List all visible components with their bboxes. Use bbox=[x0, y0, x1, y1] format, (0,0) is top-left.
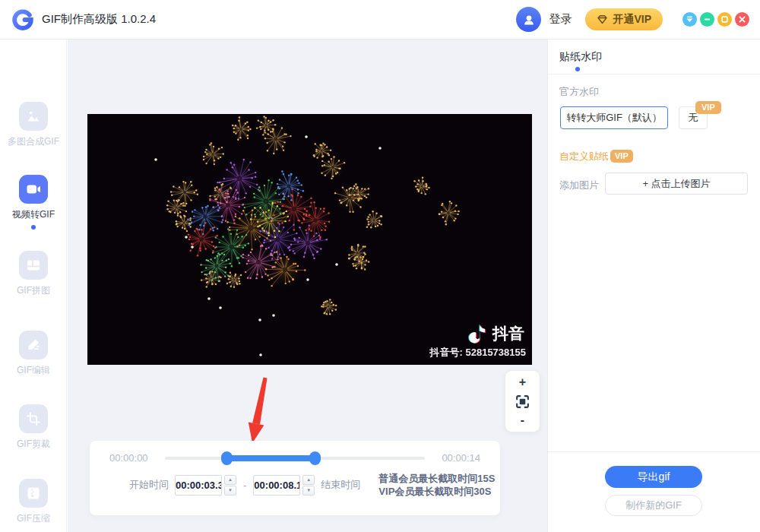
window-controls bbox=[682, 12, 749, 27]
tiktok-account-id: 抖音号: 52815738155 bbox=[430, 346, 526, 359]
timeline-start-label: 00:00:00 bbox=[109, 452, 155, 464]
end-time-label: 结束时间 bbox=[321, 478, 360, 492]
sidebar-item-gif-compress[interactable]: GIF压缩 bbox=[0, 479, 67, 525]
member-limit-note: 普通会员最长截取时间15S VIP会员最长截取时间30S bbox=[378, 472, 495, 498]
fireworks-frame bbox=[87, 114, 532, 365]
timeline-track[interactable] bbox=[165, 457, 425, 460]
app-title: GIF制作高级版 1.0.2.4 bbox=[42, 12, 156, 27]
end-time-spinner: ▲ ▼ bbox=[302, 475, 315, 496]
image-icon bbox=[19, 102, 48, 131]
video-preview: 抖音 抖音号: 52815738155 bbox=[87, 114, 532, 365]
range-start-handle[interactable] bbox=[221, 451, 233, 465]
sidebar-item-label: GIF剪裁 bbox=[17, 438, 50, 451]
time-range-separator: - bbox=[243, 480, 246, 491]
start-time-increment-button[interactable]: ▲ bbox=[224, 475, 236, 485]
maximize-button[interactable] bbox=[717, 12, 732, 27]
sidebar-item-label: GIF拼图 bbox=[17, 284, 50, 297]
sidebar-item-gif-crop[interactable]: GIF剪裁 bbox=[0, 404, 67, 451]
app-window: GIF制作高级版 1.0.2.4 登录 开通VIP bbox=[0, 0, 760, 532]
open-vip-button[interactable]: 开通VIP bbox=[585, 8, 663, 30]
collage-icon bbox=[19, 251, 48, 280]
range-end-handle[interactable] bbox=[309, 451, 321, 465]
titlebar: GIF制作高级版 1.0.2.4 登录 开通VIP bbox=[0, 0, 760, 40]
zoom-in-button[interactable]: + bbox=[515, 375, 530, 390]
zoom-out-button[interactable]: - bbox=[516, 413, 529, 428]
sidebar-item-gif-collage[interactable]: GIF拼图 bbox=[0, 251, 67, 297]
start-time-input[interactable] bbox=[175, 475, 222, 496]
zip-icon bbox=[19, 479, 48, 508]
fit-screen-icon bbox=[515, 394, 530, 410]
square-icon bbox=[720, 15, 729, 24]
end-time-increment-button[interactable]: ▲ bbox=[302, 475, 315, 485]
end-time-decrement-button[interactable]: ▼ bbox=[302, 486, 315, 496]
diamond-icon bbox=[597, 14, 608, 24]
vip-badge: VIP bbox=[695, 101, 721, 114]
divider bbox=[548, 451, 760, 452]
tiktok-label: 抖音 bbox=[492, 323, 524, 344]
app-logo-icon bbox=[11, 8, 35, 32]
timeline-selected-range[interactable] bbox=[226, 455, 315, 461]
new-gif-button[interactable]: 制作新的GIF bbox=[605, 495, 702, 516]
active-indicator-dot bbox=[31, 225, 36, 230]
watermark-default-button[interactable]: 转转大师GIF（默认） bbox=[560, 106, 668, 129]
official-watermark-label: 官方水印 bbox=[559, 85, 599, 99]
video-camera-icon bbox=[19, 175, 48, 204]
divider bbox=[548, 74, 760, 74]
end-time-input[interactable] bbox=[253, 475, 300, 496]
upload-image-button[interactable]: + 点击上传图片 bbox=[605, 173, 748, 195]
timeline-end-label: 00:00:14 bbox=[435, 452, 480, 464]
hide-to-tray-button[interactable] bbox=[682, 12, 697, 27]
close-icon bbox=[738, 15, 746, 24]
minimize-button[interactable] bbox=[700, 12, 714, 27]
sidebar-item-gif-edit[interactable]: GIF编辑 bbox=[0, 331, 67, 377]
tiktok-watermark: 抖音 bbox=[468, 322, 524, 345]
person-icon bbox=[522, 13, 536, 27]
login-link[interactable]: 登录 bbox=[549, 12, 572, 27]
add-image-label: 添加图片 bbox=[559, 179, 599, 192]
user-avatar[interactable] bbox=[516, 7, 541, 32]
zoom-controls: + - bbox=[505, 370, 540, 432]
pencil-icon bbox=[19, 331, 48, 359]
sidebar-item-label: 多图合成GIF bbox=[8, 135, 59, 148]
start-time-label: 开始时间 bbox=[129, 478, 169, 492]
close-button[interactable] bbox=[735, 12, 749, 27]
sidebar-item-label: GIF压缩 bbox=[17, 512, 50, 525]
vip-button-label: 开通VIP bbox=[613, 13, 651, 27]
sidebar-item-label: 视频转GIF bbox=[12, 208, 55, 221]
chevron-down-icon bbox=[686, 15, 694, 24]
timeline-panel: 00:00:00 00:00:14 开始时间 ▲ ▼ bbox=[90, 441, 500, 515]
sidebar: 多图合成GIF 视频转GIF GIF拼图 bbox=[0, 40, 67, 532]
tab-sticker-watermark[interactable]: 贴纸水印 bbox=[559, 50, 602, 64]
member-limit-line2: VIP会员最长截取时间30S bbox=[378, 485, 495, 498]
sidebar-item-multi-image-gif[interactable]: 多图合成GIF bbox=[0, 102, 67, 148]
start-time-decrement-button[interactable]: ▼ bbox=[224, 486, 236, 496]
export-gif-button[interactable]: 导出gif bbox=[605, 466, 702, 488]
custom-sticker-label: 自定义贴纸 bbox=[559, 150, 609, 163]
tiktok-note-icon bbox=[468, 322, 489, 345]
member-limit-line1: 普通会员最长截取时间15S bbox=[378, 472, 495, 485]
vip-badge: VIP bbox=[610, 150, 633, 163]
sticker-watermark-panel: 贴纸水印 官方水印 转转大师GIF（默认） 无 VIP 自定义贴纸 VIP 添加… bbox=[547, 40, 760, 532]
crop-icon bbox=[19, 404, 48, 433]
sidebar-item-video-to-gif[interactable]: 视频转GIF bbox=[0, 175, 67, 230]
tab-active-dot bbox=[575, 67, 580, 71]
start-time-spinner: ▲ ▼ bbox=[224, 475, 236, 496]
minus-icon bbox=[703, 15, 711, 24]
sidebar-item-label: GIF编辑 bbox=[17, 364, 50, 377]
annotation-arrow bbox=[239, 372, 277, 448]
fit-screen-button[interactable] bbox=[515, 394, 530, 410]
main-area: 抖音 抖音号: 52815738155 + - 00:00:00 bbox=[68, 40, 547, 532]
